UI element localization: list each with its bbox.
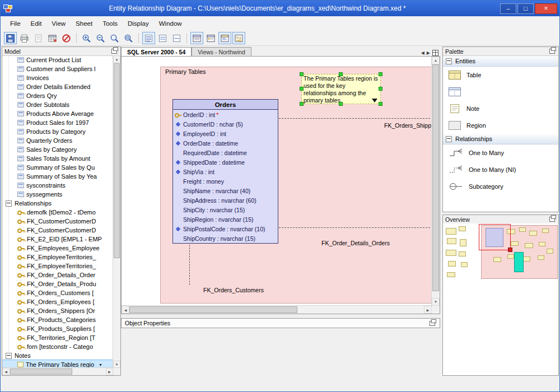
menu-item[interactable]: Tools [97, 18, 123, 29]
scroll-right-arrow[interactable]: ▶ [106, 368, 113, 375]
tab-scroll-right-arrow[interactable]: ▶ [427, 50, 430, 55]
tree-item-view[interactable]: Orders Qry [2, 91, 113, 100]
menu-item[interactable]: File [5, 18, 26, 29]
table-field[interactable]: ShipPostalCode : nvarchar (10) [173, 224, 278, 234]
tree-item-relationship[interactable]: FK_Products_Suppliers [ [2, 324, 113, 333]
relationship-line[interactable] [189, 242, 190, 285]
table-field[interactable]: Freight : money [173, 176, 278, 186]
scrollbar-thumb[interactable] [114, 63, 120, 258]
tree-item-view[interactable]: syssegments [2, 190, 113, 199]
tree-item-view[interactable]: sysconstraints [2, 181, 113, 190]
view-detailed-button[interactable] [142, 32, 155, 44]
database-properties-button[interactable] [46, 32, 59, 44]
tree-item-relationship[interactable]: FK_Territories_Region [T [2, 333, 113, 342]
tree-item-view[interactable]: Product Sales for 1997 [2, 118, 113, 127]
palette-item-one-to-many-ni[interactable]: One to Many (NI) [443, 161, 558, 178]
selection-handle[interactable] [379, 102, 382, 106]
selection-handle[interactable] [379, 72, 382, 76]
show-datatypes-button[interactable] [218, 32, 231, 44]
scroll-left-arrow[interactable]: ◀ [122, 306, 129, 314]
view-medium-button[interactable] [156, 32, 169, 44]
tree-item-view[interactable]: Order Details Extended [2, 82, 113, 91]
table-field[interactable]: EmployeeID : int [173, 129, 278, 138]
tree-item-relationship[interactable]: FK_Order_Details_Produ [2, 279, 113, 288]
overview-map[interactable] [443, 223, 558, 375]
zoom-in-button[interactable] [80, 32, 93, 44]
selection-handle[interactable] [300, 102, 304, 106]
zoom-normal-button[interactable] [108, 32, 121, 44]
relationship-label[interactable]: FK_Order_Details_Orders [321, 240, 390, 246]
tree-item-relationship[interactable]: FK_Orders_Shippers [Or [2, 306, 113, 315]
tree-item-relationship[interactable]: FK_CustomerCustomerD [2, 226, 113, 235]
menu-item[interactable]: Sheet [71, 18, 97, 29]
scroll-down-arrow[interactable]: ▼ [432, 298, 440, 306]
tree-item-relationship[interactable]: forn [testconstr - Catego [2, 342, 113, 351]
tree-item-relationship[interactable]: FK_E2_EID [EMPL1 - EMP [2, 235, 113, 244]
menu-item[interactable]: View [46, 18, 71, 29]
undock-icon[interactable] [549, 49, 555, 54]
show-attributes-button[interactable] [190, 32, 203, 44]
delete-button[interactable] [60, 32, 73, 44]
tree-item-view[interactable]: Products Above Average [2, 109, 113, 118]
collapse-icon[interactable] [446, 58, 452, 64]
orders-table[interactable]: Orders OrderID : int * CustomerID : ncha… [172, 99, 278, 244]
zoom-fit-button[interactable] [122, 32, 135, 44]
menu-item[interactable]: Edit [26, 18, 47, 29]
selection-handle[interactable] [379, 87, 382, 91]
collapse-icon[interactable] [6, 200, 12, 207]
selection-handle[interactable] [300, 72, 304, 76]
tree-item-view[interactable]: Products by Category [2, 127, 113, 136]
show-nullable-button[interactable]: NUL [232, 32, 245, 44]
selection-handle[interactable] [300, 87, 304, 91]
palette-item-view[interactable] [443, 83, 558, 100]
relationship-line[interactable] [279, 227, 433, 228]
tree-item-view[interactable]: Customer and Suppliers l [2, 64, 113, 73]
undock-icon[interactable] [549, 217, 555, 222]
table-field[interactable]: ShipCountry : nvarchar (15) [173, 234, 278, 243]
canvas-horizontal-scrollbar[interactable]: ◀ ▶ [122, 305, 432, 314]
selection-handle[interactable] [339, 72, 343, 76]
tree-item-relationship[interactable]: FK_Order_Details_Order [2, 270, 113, 279]
tree-horizontal-scrollbar[interactable]: ◀ ▶ [2, 367, 113, 375]
tree-item-note-selected[interactable]: The Primary Tables regio ▼ [2, 360, 113, 368]
tab-sql-server[interactable]: SQL Server 2000 - 54 [121, 47, 192, 56]
tree-item-view[interactable]: Sales by Category [2, 145, 113, 154]
tree-item-relationship[interactable]: FK_Orders_Employees [ [2, 297, 113, 306]
selection-handle[interactable] [339, 102, 343, 106]
close-button[interactable]: × [535, 3, 557, 14]
collapse-icon[interactable] [446, 136, 452, 142]
table-title[interactable]: Orders [173, 100, 278, 110]
palette-section-relationships[interactable]: Relationships [443, 134, 558, 144]
table-field[interactable]: ShipName : nvarchar (40) [173, 186, 278, 195]
tree-item-relationship[interactable]: demofk [tDemo2 - tDemo [2, 208, 113, 217]
zoom-out-button[interactable] [94, 32, 107, 44]
scrollbar-thumb[interactable] [129, 306, 297, 313]
tree-item-relationship[interactable]: FK_EmployeeTerritories_ [2, 262, 113, 270]
tree-vertical-scrollbar[interactable]: ▲ ▼ [113, 55, 120, 368]
palette-item-table[interactable]: Table [443, 67, 558, 83]
scrollbar-thumb[interactable] [432, 64, 439, 291]
table-field[interactable]: ShipAddress : nvarchar (60) [173, 195, 278, 205]
canvas-vertical-scrollbar[interactable]: ▲ ▼ [431, 57, 440, 306]
palette-item-note[interactable]: Note [443, 100, 558, 117]
tree-item-relationship[interactable]: FK_Orders_Customers [ [2, 288, 113, 297]
palette-item-one-to-many[interactable]: One to Many [443, 144, 558, 161]
palette-item-region[interactable]: Region [443, 117, 558, 134]
scroll-up-arrow[interactable]: ▲ [113, 55, 120, 63]
show-keys-button[interactable] [204, 32, 217, 44]
scrollbar-thumb[interactable] [10, 368, 72, 375]
scroll-down-arrow[interactable]: ▼ [113, 361, 120, 368]
tree-item-view[interactable]: Summary of Sales by Yea [2, 172, 113, 181]
title-bar[interactable]: Entity Relationship Diagram - C:\Users\n… [1, 1, 559, 16]
table-field[interactable]: ShipRegion : nvarchar (15) [173, 214, 278, 224]
menu-item[interactable]: Window [154, 18, 187, 29]
tree-item-relationship[interactable]: FK_Products_Categories [2, 315, 113, 324]
relationship-label[interactable]: FK_Orders_Customers [203, 287, 264, 293]
view-compact-button[interactable] [170, 32, 183, 44]
scroll-right-arrow[interactable]: ▶ [424, 306, 432, 314]
table-field[interactable]: ShipCity : nvarchar (15) [173, 205, 278, 214]
object-properties-panel[interactable]: Object Properties [121, 318, 440, 328]
relationship-line[interactable] [279, 118, 433, 119]
tree-node-relationships[interactable]: Relationships [2, 199, 113, 208]
tree-item-view[interactable]: Order Subtotals [2, 100, 113, 109]
